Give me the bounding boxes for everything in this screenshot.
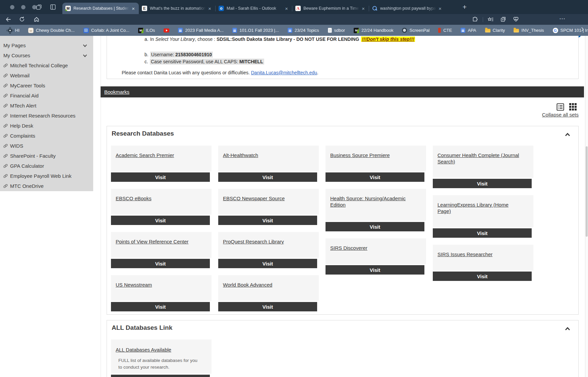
page-scrollbar[interactable] — [585, 36, 588, 377]
collapse-set-chevron-up-icon[interactable] — [565, 132, 570, 138]
database-title-link[interactable]: EBSCO eBooks — [116, 195, 152, 202]
collections-icon[interactable] — [500, 16, 506, 24]
database-title-link[interactable]: ALL Databases Available — [116, 347, 171, 353]
workspaces-icon[interactable] — [36, 4, 42, 10]
sidebar-item-mtc-onedrive[interactable]: MTC OneDrive — [0, 181, 93, 191]
bookmark-label: INV_Thesis — [521, 28, 544, 33]
contact-email-link[interactable]: Danita.Lucas@mitchelltech.edu — [251, 70, 317, 75]
database-title-link[interactable]: Alt-Healthwatch — [223, 152, 258, 158]
bookmark-chewy-double-ch[interactable]: Chewy Double Ch... — [28, 28, 75, 33]
database-title-link[interactable]: World Book Advanced — [223, 282, 272, 288]
sidebar-item-mtech-alert[interactable]: MTech Alert — [0, 100, 93, 110]
settings-more-icon[interactable]: ⋯ — [559, 15, 566, 22]
visit-button[interactable]: Visit — [111, 375, 210, 377]
tab-mail-sarah-ellis-outlook[interactable]: o Mail - Sarah Ellis - Outlook × — [216, 3, 292, 14]
reload-icon[interactable] — [19, 16, 25, 23]
sidebar-item-wids[interactable]: WIDS — [0, 141, 93, 151]
visit-button[interactable]: Visit — [218, 259, 317, 268]
tab-close-icon[interactable]: × — [284, 6, 289, 11]
sidebar-item-my-courses[interactable]: My Courses — [0, 50, 93, 60]
chevron-down-icon[interactable] — [83, 53, 87, 58]
bookmark-22-24-handbook[interactable]: M 22/24 Handbook — [354, 28, 393, 33]
visit-button[interactable]: Visit — [218, 172, 317, 182]
bookmark-hi[interactable]: HI — [7, 28, 19, 33]
bookmark-cte[interactable]: CTE — [438, 28, 452, 33]
bookmark-ilos[interactable]: M ILOs — [138, 28, 155, 33]
bookmark-screenpal[interactable]: ScreenPal — [402, 28, 429, 33]
browser-window: M Research Databases | Student × E What'… — [0, 0, 588, 377]
list-view-icon[interactable] — [556, 103, 564, 112]
bookmark-inv-thesis[interactable]: INV_Thesis — [514, 28, 544, 33]
sidebar-item-webmail[interactable]: Webmail — [0, 70, 93, 80]
collapse-set-chevron-up-icon[interactable] — [565, 326, 570, 332]
link-icon — [3, 174, 10, 178]
database-title-link[interactable]: Health Source: Nursing/Academic Edition — [330, 195, 412, 208]
database-title-link[interactable]: Points of View Reference Center — [116, 238, 188, 245]
link-icon — [3, 103, 10, 108]
visit-button[interactable]: Visit — [218, 302, 317, 311]
visit-button[interactable]: Visit — [433, 179, 532, 188]
vertical-tabs-icon[interactable] — [50, 4, 56, 10]
bookmark-101-o1-fall-2023[interactable]: 101.O1 Fall 2023 |... — [232, 28, 279, 33]
tab-what-s-the-buzz-in-automation[interactable]: E What's the buzz in automation × — [139, 3, 215, 14]
database-title-link[interactable]: Consumer Health Complete (Journal Search… — [437, 152, 520, 165]
sidebar-item-my-pages[interactable]: My Pages — [0, 40, 93, 50]
bookmark-clarity[interactable]: Clarity — [485, 28, 505, 33]
sidebar-item-mitchell-technical-college[interactable]: Mitchell Technical College — [0, 60, 93, 70]
sidebar-item-financial-aid[interactable]: Financial Aid — [0, 90, 93, 100]
bookmark-apa[interactable]: APA — [461, 28, 476, 33]
window-minimize-button[interactable] — [21, 5, 25, 9]
bookmarks-portlet-link[interactable]: Bookmarks — [104, 89, 129, 95]
database-title-link[interactable]: Business Source Premiere — [330, 152, 390, 158]
bookmark-23-24-topics[interactable]: 23/24 Topics — [288, 28, 319, 33]
visit-button[interactable]: Visit — [111, 216, 210, 225]
chevron-down-icon[interactable] — [83, 43, 87, 48]
sidebar-item-gpa-calculator[interactable]: GPA Calculator — [0, 161, 93, 171]
visit-button[interactable]: Visit — [433, 272, 532, 281]
visit-button[interactable]: Visit — [111, 172, 210, 182]
window-controls[interactable] — [10, 5, 37, 9]
database-title-link[interactable]: Academic Search Premier — [116, 152, 174, 158]
database-title-link[interactable]: EBSCO Newspaper Source — [223, 195, 285, 202]
tab-close-icon[interactable]: × — [361, 6, 366, 11]
sidebar-item-mycareer-tools[interactable]: MyCareer Tools — [0, 80, 93, 90]
database-title-link[interactable]: ProQuest Research Library — [223, 238, 284, 245]
visit-button[interactable]: Visit — [111, 302, 210, 311]
collapse-all-sets-link[interactable]: Collapse all sets — [509, 112, 579, 118]
database-title-link[interactable]: SIRS Issues Researcher — [437, 251, 492, 257]
favorites-bar-icon[interactable] — [487, 16, 493, 24]
visit-button[interactable]: Visit — [326, 172, 424, 182]
sidebar-item-internet-research-resources[interactable]: Internet Research Resources — [0, 110, 93, 121]
bookmarks-overflow-chevron-icon[interactable] — [581, 27, 584, 33]
sidebar-item-complaints[interactable]: Complaints — [0, 131, 93, 141]
bookmark-co-lab-a-joint-co[interactable]: Co/lab: A Joint Co... — [83, 28, 129, 33]
sidebar-item-employee-payroll-web-link[interactable]: Employee Payroll Web Link — [0, 171, 93, 181]
browser-essentials-icon[interactable] — [513, 16, 519, 24]
tab-washington-post-paywall-bypas[interactable]: washington post paywall bypas × — [369, 3, 446, 14]
database-title-link[interactable]: LearningExpress Library (Home Page) — [437, 202, 520, 214]
scrollbar-thumb[interactable] — [586, 146, 588, 237]
sidebar-item-sharepoint-faculty[interactable]: SharePoint - Faculty — [0, 151, 93, 161]
tab-beware-euphemism-in-a-time-o[interactable]: A Beware Euphemism in a Time o × — [292, 3, 369, 14]
visit-button[interactable]: Visit — [433, 228, 532, 238]
visit-button[interactable]: Visit — [218, 216, 317, 225]
visit-button[interactable]: Visit — [326, 265, 424, 275]
tab-close-icon[interactable]: × — [131, 6, 136, 11]
bookmark-sdbor[interactable]: sdbor — [328, 28, 345, 33]
tab-close-icon[interactable]: × — [207, 6, 212, 11]
database-title-link[interactable]: US Newsstream — [116, 282, 152, 288]
bookmark-2023-fall-media-a[interactable]: 2023 Fall Media A... — [178, 28, 224, 33]
visit-button[interactable]: Visit — [111, 259, 210, 268]
visit-button[interactable]: Visit — [326, 222, 424, 231]
tab-research-databases-student[interactable]: M Research Databases | Student × — [62, 3, 139, 14]
grid-view-icon[interactable] — [569, 103, 577, 110]
bookmark-youtube[interactable] — [164, 28, 169, 32]
tab-close-icon[interactable]: × — [437, 6, 443, 11]
new-tab-button[interactable]: + — [460, 3, 469, 12]
window-close-button[interactable] — [10, 5, 14, 9]
sidebar-item-help-desk[interactable]: Help Desk — [0, 121, 93, 131]
back-icon[interactable] — [5, 16, 11, 24]
extensions-icon[interactable] — [472, 16, 478, 24]
database-title-link[interactable]: SIRS Discoverer — [330, 245, 367, 251]
home-icon[interactable] — [34, 16, 40, 24]
